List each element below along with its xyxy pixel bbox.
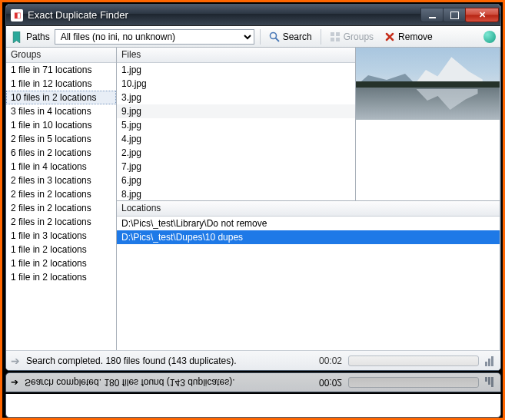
preview-pane	[356, 48, 500, 200]
list-item[interactable]: 2 files in 2 locations	[6, 215, 116, 229]
list-item[interactable]: 6.jpg	[117, 174, 355, 187]
arrow-right-icon: ➔	[11, 355, 20, 367]
list-item[interactable]: D:\Pics\_test\Library\Do not remove	[117, 217, 500, 230]
remove-icon	[384, 31, 395, 43]
locations-pane: Locations D:\Pics\_test\Library\Do not r…	[117, 201, 500, 350]
list-item[interactable]: 1 file in 10 locations	[6, 118, 116, 132]
status-message: Search completed. 180 files found (143 d…	[26, 356, 313, 366]
search-label: Search	[283, 31, 312, 42]
groups-header: Groups	[6, 48, 116, 63]
stats-icon[interactable]	[485, 356, 496, 366]
groups-pane: Groups 1 file in 71 locations1 file in 1…	[6, 48, 117, 350]
list-item[interactable]: 8.jpg	[117, 187, 355, 200]
list-item[interactable]: 2 files in 5 locations	[6, 132, 116, 146]
groups-list[interactable]: 1 file in 71 locations1 file in 12 locat…	[6, 63, 116, 350]
list-item[interactable]: 1 file in 4 locations	[6, 160, 116, 174]
filter-select[interactable]: All files (no ini, no unknown)	[55, 29, 254, 45]
list-item[interactable]: 3.jpg	[117, 91, 355, 104]
titlebar[interactable]: ◧ Exact Duplicate Finder	[6, 5, 500, 26]
files-pane: Files 1.jpg10.jpg3.jpg9.jpg5.jpg4.jpg2.j…	[117, 48, 356, 200]
list-item[interactable]: 4.jpg	[117, 132, 355, 146]
toolbar: Paths All files (no ini, no unknown) Sea…	[6, 26, 500, 48]
list-item[interactable]: 10 files in 2 locations	[6, 91, 116, 104]
statusbar: ➔ Search completed. 180 files found (143…	[6, 350, 500, 370]
bookmark-icon	[11, 31, 22, 43]
groups-label: Groups	[344, 31, 374, 42]
list-item[interactable]: 1.jpg	[117, 63, 355, 77]
list-item[interactable]: 1 file in 2 locations	[6, 256, 116, 270]
separator	[260, 29, 261, 45]
svg-rect-5	[336, 38, 340, 41]
list-item[interactable]: 2 files in 2 locations	[6, 187, 116, 201]
locations-header: Locations	[117, 201, 500, 217]
locations-list[interactable]: D:\Pics\_test\Library\Do not removeD:\Pi…	[117, 217, 500, 350]
minimize-button[interactable]	[420, 8, 444, 22]
list-item[interactable]: 9.jpg	[117, 104, 355, 118]
close-button[interactable]	[465, 8, 499, 22]
groups-icon	[330, 31, 341, 43]
magnifier-icon	[269, 31, 280, 43]
list-item[interactable]: 3 files in 4 locations	[6, 104, 116, 118]
list-item[interactable]: 10.jpg	[117, 77, 355, 91]
list-item[interactable]: D:\Pics\_test\Dupes\10 dupes	[117, 230, 500, 244]
list-item[interactable]: 5.jpg	[117, 118, 355, 132]
maximize-button[interactable]	[443, 8, 466, 22]
files-list[interactable]: 1.jpg10.jpg3.jpg9.jpg5.jpg4.jpg2.jpg7.jp…	[117, 63, 355, 200]
list-item[interactable]: 1 file in 71 locations	[6, 63, 116, 77]
list-item[interactable]: 6 files in 2 locations	[6, 146, 116, 160]
paths-label[interactable]: Paths	[26, 31, 50, 42]
svg-rect-2	[331, 32, 334, 36]
files-header: Files	[117, 48, 355, 63]
svg-point-0	[270, 33, 276, 39]
svg-rect-4	[331, 38, 334, 41]
list-item[interactable]: 2 files in 3 locations	[6, 174, 116, 187]
reflection-decoration: ➔ Search completed. 180 files found (143…	[5, 372, 501, 392]
reflection-decoration-blank	[5, 394, 501, 418]
window-title: Exact Duplicate Finder	[28, 9, 421, 21]
remove-label: Remove	[398, 31, 433, 42]
separator	[321, 29, 321, 45]
search-button[interactable]: Search	[266, 29, 315, 45]
list-item[interactable]: 2 files in 2 locations	[6, 201, 116, 215]
list-item[interactable]: 1 file in 2 locations	[6, 270, 116, 284]
status-time: 00:02	[319, 356, 342, 366]
list-item[interactable]: 1 file in 3 locations	[6, 229, 116, 243]
app-window: ◧ Exact Duplicate Finder Paths All files…	[5, 4, 501, 371]
groups-button[interactable]: Groups	[327, 29, 377, 45]
remove-button[interactable]: Remove	[381, 29, 436, 45]
svg-line-1	[275, 38, 279, 42]
list-item[interactable]: 1 file in 2 locations	[6, 243, 116, 256]
progress-bar	[348, 356, 479, 366]
list-item[interactable]: 1 file in 12 locations	[6, 77, 116, 91]
list-item[interactable]: 7.jpg	[117, 160, 355, 174]
preview-image	[356, 48, 500, 120]
app-icon: ◧	[11, 9, 23, 21]
help-icon[interactable]	[483, 31, 496, 43]
svg-rect-3	[336, 32, 340, 36]
list-item[interactable]: 2.jpg	[117, 146, 355, 160]
